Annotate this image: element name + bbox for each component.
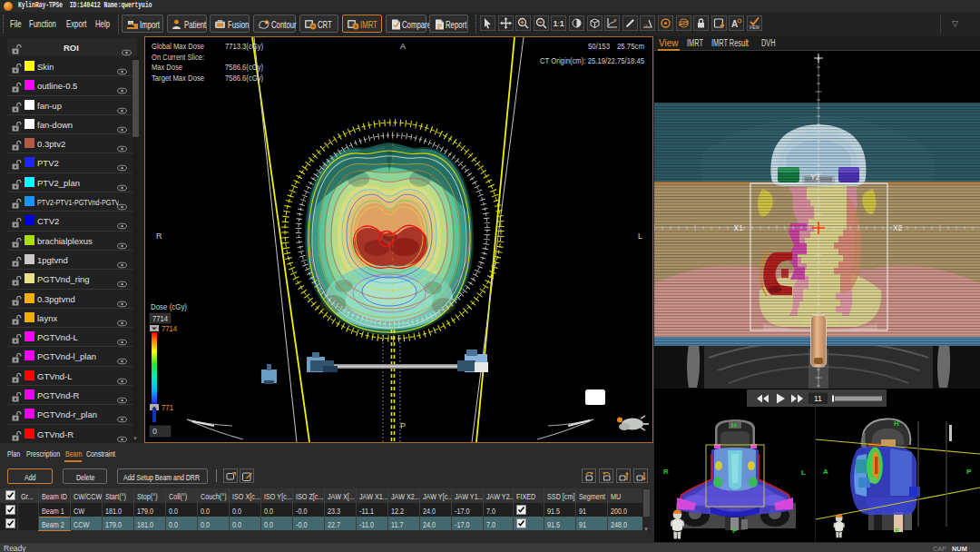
svg-text:Dose (cGy): Dose (cGy) <box>151 302 187 311</box>
svg-text:R: R <box>156 232 162 241</box>
svg-text:Target Max Dose: Target Max Dose <box>152 74 204 83</box>
svg-text:0: 0 <box>152 427 157 436</box>
svg-text:Y2: Y2 <box>810 172 820 182</box>
svg-text:11: 11 <box>814 394 822 403</box>
svg-text:CT Origin(cm): 25.19/22.75/18.: CT Origin(cm): 25.19/22.75/18.45 <box>540 56 644 65</box>
svg-text:7714: 7714 <box>152 314 168 323</box>
svg-text:F: F <box>732 527 737 535</box>
svg-text:7586.6(cGy): 7586.6(cGy) <box>225 74 263 83</box>
svg-text:H: H <box>731 421 737 429</box>
svg-text:H: H <box>894 419 899 428</box>
svg-text:P: P <box>400 421 406 430</box>
svg-text:X2: X2 <box>893 223 903 232</box>
svg-text:L: L <box>638 232 642 241</box>
svg-text:A: A <box>823 468 828 476</box>
svg-text:771: 771 <box>162 403 173 412</box>
svg-text:25.75cm: 25.75cm <box>617 42 644 51</box>
svg-text:Global Max Dose: Global Max Dose <box>152 42 204 51</box>
svg-text:P: P <box>613 18 617 24</box>
svg-text:L: L <box>801 468 806 477</box>
svg-text:Max Dose: Max Dose <box>152 63 182 72</box>
svg-text:VIEW: VIEW <box>750 25 760 30</box>
svg-text:7714: 7714 <box>162 324 177 333</box>
svg-text:50/153: 50/153 <box>588 42 610 51</box>
svg-text:A: A <box>731 19 738 29</box>
svg-text:7713.3(cGy): 7713.3(cGy) <box>225 42 263 51</box>
svg-text:1: 1 <box>560 19 564 28</box>
svg-text:A: A <box>400 42 406 51</box>
svg-text:F: F <box>895 527 899 535</box>
svg-text:X1: X1 <box>734 223 744 232</box>
svg-text:7586.6(cGy): 7586.6(cGy) <box>225 63 263 72</box>
svg-text:P: P <box>966 468 972 476</box>
svg-text:R: R <box>663 468 669 476</box>
svg-text:On Current Slice:: On Current Slice: <box>152 53 204 62</box>
